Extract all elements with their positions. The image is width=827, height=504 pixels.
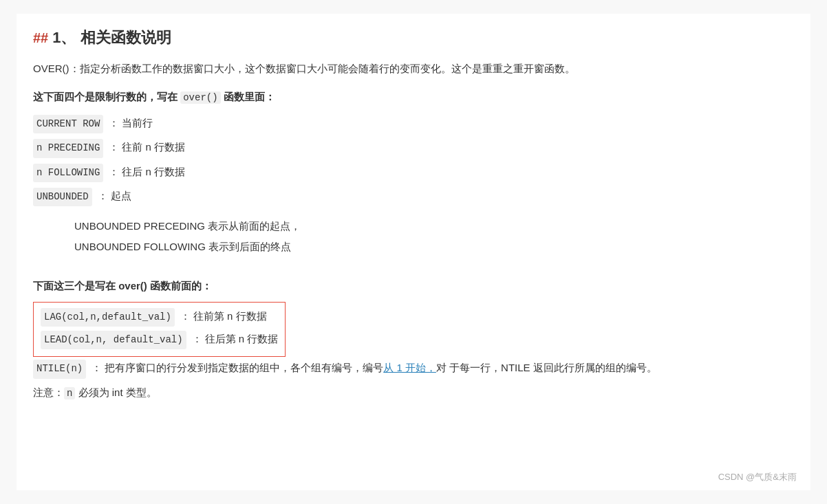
colon-7: ： <box>92 358 102 377</box>
keyword-code-following: n FOLLOWING <box>33 164 103 182</box>
colon-5: ： <box>180 307 191 325</box>
keyword-desc-unbounded: 起点 <box>111 186 131 205</box>
lag-desc: 往前第 n 行数据 <box>193 307 267 325</box>
underline-from-1: 从 1 开始， <box>383 362 436 373</box>
over-code-1: over() <box>180 91 220 104</box>
indented-line-1: UNBOUNDED PRECEDING 表示从前面的起点， <box>74 216 794 237</box>
hash-symbol: ## <box>33 30 48 46</box>
keyword-desc-current-row: 当前行 <box>122 113 153 132</box>
colon-6: ： <box>192 329 202 348</box>
notice-suffix: 必须为 int 类型。 <box>75 386 156 398</box>
lead-code: LEAD(col,n, default_val) <box>41 331 186 349</box>
keyword-desc-preceding: 往前 n 行数据 <box>122 138 185 156</box>
colon-3: ： <box>109 162 119 181</box>
over-code-2: over() <box>118 280 147 292</box>
keyword-item-current-row: CURRENT ROW ： 当前行 <box>33 113 794 133</box>
bold-prefix-2: 下面这三个是写在 <box>33 280 118 292</box>
lag-code: LAG(col,n,default_val) <box>41 308 175 327</box>
lead-item: LEAD(col,n, default_val) ： 往后第 n 行数据 <box>41 329 278 349</box>
indented-line-2: UNBOUNDED FOLLOWING 表示到后面的终点 <box>74 237 794 257</box>
highlighted-functions-box: LAG(col,n,default_val) ： 往前第 n 行数据 LEAD(… <box>33 302 286 357</box>
section-number: 1、 <box>52 28 76 48</box>
keyword-item-unbounded: UNBOUNDED ： 起点 <box>33 186 794 206</box>
bold-prefix-1: 这下面四个是限制行数的，写在 <box>33 91 180 102</box>
ntile-code: NTILE(n) <box>33 360 86 378</box>
section-break <box>33 267 794 276</box>
keyword-item-following: n FOLLOWING ： 往后 n 行数据 <box>33 162 794 182</box>
bold-suffix-2: 函数前面的 <box>147 280 202 292</box>
ntile-item: NTILE(n) ： 把有序窗口的行分发到指定数据的组中，各个组有编号，编号从 … <box>33 358 794 378</box>
keyword-code-unbounded: UNBOUNDED <box>33 188 92 206</box>
keyword-desc-following: 往后 n 行数据 <box>122 162 185 181</box>
colon-1: ： <box>109 113 119 132</box>
intro-paragraph: OVER()：指定分析函数工作的数据窗口大小，这个数据窗口大小可能会随着行的变而… <box>33 59 794 78</box>
intro-text: OVER()：指定分析函数工作的数据窗口大小，这个数据窗口大小可能会随着行的变而… <box>33 63 575 74</box>
keyword-code-current-row: CURRENT ROW <box>33 115 103 133</box>
csdn-watermark: CSDN @气质&末雨 <box>718 471 797 483</box>
keyword-item-preceding: n PRECEDING ： 往前 n 行数据 <box>33 138 794 157</box>
page-container: ## 1、 相关函数说明 OVER()：指定分析函数工作的数据窗口大小，这个数据… <box>17 14 810 490</box>
notice-prefix: 注意： <box>33 386 64 398</box>
notice-code: n <box>64 387 75 399</box>
keywords-list: CURRENT ROW ： 当前行 n PRECEDING ： 往前 n 行数据… <box>33 113 794 206</box>
section-heading: ## 1、 相关函数说明 <box>33 28 794 48</box>
lag-item: LAG(col,n,default_val) ： 往前第 n 行数据 <box>41 307 278 327</box>
bold-suffix-1: 函数里面 <box>221 91 265 102</box>
colon-4: ： <box>98 186 108 205</box>
colon-2: ： <box>109 138 119 156</box>
lead-desc: 往后第 n 行数据 <box>205 329 279 348</box>
bold-note-1: 这下面四个是限制行数的，写在 over() 函数里面： <box>33 87 794 107</box>
keyword-code-preceding: n PRECEDING <box>33 139 103 157</box>
indented-block: UNBOUNDED PRECEDING 表示从前面的起点， UNBOUNDED … <box>74 216 794 257</box>
bold-note-2: 下面这三个是写在 over() 函数前面的： <box>33 276 794 295</box>
notice-paragraph: 注意：n 必须为 int 类型。 <box>33 383 794 402</box>
ntile-desc: 把有序窗口的行分发到指定数据的组中，各个组有编号，编号从 1 开始，对 于每一行… <box>105 358 657 377</box>
section-title: 相关函数说明 <box>80 28 171 48</box>
